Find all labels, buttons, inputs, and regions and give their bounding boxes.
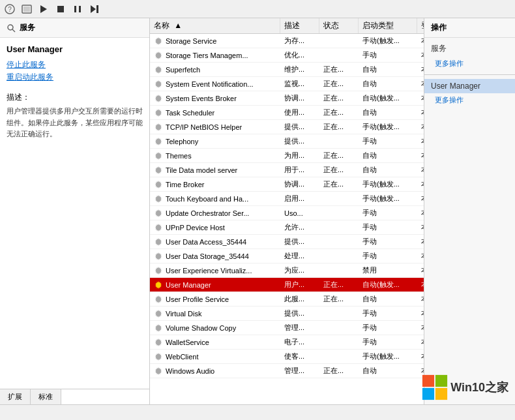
col-desc[interactable]: 描述 xyxy=(280,18,319,33)
table-row[interactable]: Virtual Disk提供...手动本 xyxy=(150,307,424,321)
search-icon xyxy=(7,23,16,33)
service-status-cell xyxy=(319,350,359,363)
left-bottom-tabs: 扩展 标准 xyxy=(0,389,149,404)
table-row[interactable]: Telephony提供...手动本 xyxy=(150,134,424,149)
gear-icon xyxy=(154,65,163,74)
table-row[interactable]: TCP/IP NetBIOS Helper提供...正在...手动(触发...本 xyxy=(150,120,424,134)
service-startup-cell: 手动(触发... xyxy=(359,34,417,48)
service-startup-cell: 自动 xyxy=(359,77,417,91)
services-more-actions[interactable]: 更多操作 xyxy=(424,57,515,70)
table-row[interactable]: Storage Tiers Managem...优化...手动本 xyxy=(150,48,424,63)
table-row[interactable]: User Manager用户...正在...自动(触发...本 xyxy=(150,278,424,292)
console-button[interactable] xyxy=(20,2,34,16)
table-row[interactable]: User Data Access_35444提供...手动本 xyxy=(150,235,424,249)
col-status[interactable]: 状态 xyxy=(319,18,359,33)
svg-text:?: ? xyxy=(8,6,12,13)
service-login-cell: 本 xyxy=(417,77,424,91)
left-panel: 服务 User Manager 停止此服务 重启动此服务 描述： 用户管理器提供… xyxy=(0,18,150,404)
service-startup-cell: 手动 xyxy=(359,134,417,148)
console-icon xyxy=(22,4,32,14)
stop-button[interactable] xyxy=(53,2,68,16)
table-row[interactable]: Volume Shadow Copy管理...手动本 xyxy=(150,321,424,335)
service-desc-cell: 提供... xyxy=(280,235,319,248)
col-name[interactable]: 名称 ▲ xyxy=(150,18,280,33)
gear-icon xyxy=(154,180,163,189)
service-login-cell: 本 xyxy=(417,177,424,191)
table-row[interactable]: Superfetch维护...正在...自动本 xyxy=(150,63,424,77)
service-desc-cell: 为存... xyxy=(280,34,319,48)
service-startup-cell: 手动 xyxy=(359,235,417,248)
service-status-cell: 正在... xyxy=(319,177,359,191)
service-status-cell xyxy=(319,307,359,320)
service-login-cell: 本 xyxy=(417,263,424,277)
toolbar: ? xyxy=(0,0,515,18)
service-name-cell: User Experience Virtualiz... xyxy=(150,263,280,277)
watermark-text: Win10之家 xyxy=(450,380,508,395)
table-row[interactable]: WebClient使客...手动(触发...本 xyxy=(150,350,424,364)
gear-icon xyxy=(154,309,163,318)
actions-usermgr-title: User Manager xyxy=(424,79,515,93)
gear-icon xyxy=(154,295,163,304)
table-row[interactable]: Touch Keyboard and Ha...启用...手动(触发...本 xyxy=(150,192,424,206)
service-desc-cell: 电子... xyxy=(280,335,319,349)
service-status-cell: 正在... xyxy=(319,120,359,134)
forward-button[interactable] xyxy=(87,2,102,16)
usermgr-more-actions[interactable]: 更多操作 xyxy=(424,93,515,107)
main-container: 服务 User Manager 停止此服务 重启动此服务 描述： 用户管理器提供… xyxy=(0,18,515,404)
gear-icon xyxy=(154,194,163,203)
service-desc-cell: 维护... xyxy=(280,63,319,76)
play-button[interactable] xyxy=(37,2,51,16)
service-startup-cell: 手动 xyxy=(359,321,417,335)
gear-icon xyxy=(154,137,163,146)
service-login-cell: 本 xyxy=(417,350,424,363)
forward-icon xyxy=(89,4,100,14)
tab-standard[interactable]: 标准 xyxy=(31,389,61,404)
service-desc-cell: 协调... xyxy=(280,91,319,105)
service-desc-cell: 管理... xyxy=(280,321,319,335)
service-login-cell: 本 xyxy=(417,278,424,292)
status-bar xyxy=(0,404,515,420)
service-name-cell: Telephony xyxy=(150,134,280,148)
col-startup[interactable]: 启动类型 xyxy=(359,18,417,33)
table-row[interactable]: System Event Notification...监视...正在...自动… xyxy=(150,77,424,91)
pause-button[interactable] xyxy=(70,2,85,16)
table-row[interactable]: User Profile Service此服...正在...自动本 xyxy=(150,292,424,307)
restart-service-link[interactable]: 重启动此服务 xyxy=(7,72,143,83)
service-startup-cell: 自动(触发... xyxy=(359,91,417,105)
table-row[interactable]: Tile Data model server用于...正在...自动本 xyxy=(150,163,424,177)
help-button[interactable]: ? xyxy=(3,2,17,16)
service-status-cell: 正在... xyxy=(319,163,359,177)
table-row[interactable]: Windows Audio管理...正在...自动本 xyxy=(150,364,424,378)
svg-line-11 xyxy=(12,29,15,32)
service-name-cell: Storage Service xyxy=(150,34,280,48)
table-row[interactable]: Update Orchestrator Ser...Uso...手动本 xyxy=(150,206,424,220)
service-desc-cell: 允许... xyxy=(280,220,319,234)
actions-usermgr-section: User Manager 更多操作 xyxy=(424,76,515,110)
svg-marker-8 xyxy=(91,5,96,13)
service-login-cell: 本 xyxy=(417,192,424,205)
table-body[interactable]: Storage Service为存...手动(触发...本 Storage Ti… xyxy=(150,34,424,404)
service-status-cell: 正在... xyxy=(319,278,359,292)
table-row[interactable]: Task Scheduler使用...正在...自动本 xyxy=(150,106,424,120)
col-login[interactable]: 登 xyxy=(417,18,424,33)
tab-expand[interactable]: 扩展 xyxy=(0,389,31,404)
service-desc-cell: 协调... xyxy=(280,177,319,191)
table-row[interactable]: Themes为用...正在...自动本 xyxy=(150,149,424,163)
table-row[interactable]: User Data Storage_35444处理...手动本 xyxy=(150,249,424,263)
gear-icon xyxy=(154,223,163,232)
table-row[interactable]: User Experience Virtualiz...为应...禁用本 xyxy=(150,263,424,278)
service-startup-cell: 手动 xyxy=(359,220,417,234)
stop-service-link[interactable]: 停止此服务 xyxy=(7,59,143,70)
services-header: 服务 xyxy=(0,18,149,38)
table-row[interactable]: Time Broker协调...正在...手动(触发...本 xyxy=(150,177,424,192)
service-name-cell: User Data Access_35444 xyxy=(150,235,280,248)
table-row[interactable]: System Events Broker协调...正在...自动(触发...本 xyxy=(150,91,424,106)
table-row[interactable]: UPnP Device Host允许...手动本 xyxy=(150,220,424,235)
service-desc-cell: 用户... xyxy=(280,278,319,292)
table-row[interactable]: WalletService电子...手动本 xyxy=(150,335,424,350)
service-status-cell xyxy=(319,206,359,220)
svg-rect-36 xyxy=(422,375,434,387)
service-name-cell: Touch Keyboard and Ha... xyxy=(150,192,280,205)
table-row[interactable]: Storage Service为存...手动(触发...本 xyxy=(150,34,424,48)
service-desc-cell: 监视... xyxy=(280,77,319,91)
